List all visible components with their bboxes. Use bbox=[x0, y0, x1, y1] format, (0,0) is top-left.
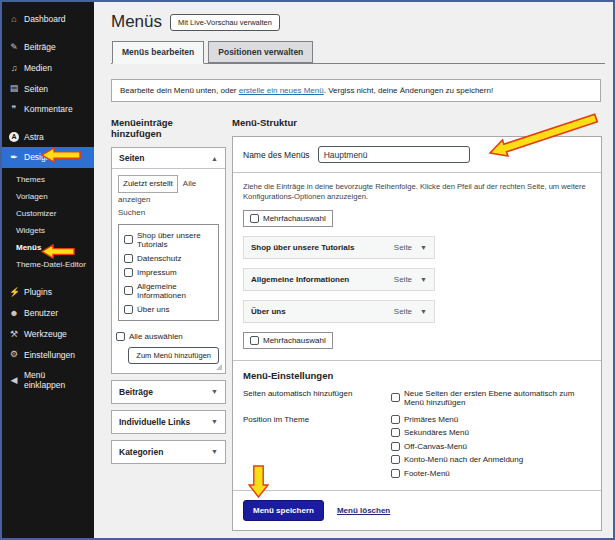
position-checkbox-offcanvas[interactable] bbox=[391, 442, 400, 451]
sidebar-item-label: Astra bbox=[24, 132, 44, 142]
submenu-item-customizer[interactable]: Customizer bbox=[2, 205, 94, 222]
position-option: Footer-Menü bbox=[391, 469, 523, 478]
design-submenu: Themes Vorlagen Customizer Widgets Menüs… bbox=[2, 168, 94, 275]
select-all-label: Alle auswählen bbox=[129, 332, 183, 341]
section-divider bbox=[233, 360, 601, 361]
accordion-label: Kategorien bbox=[119, 447, 163, 457]
sidebar-item-design[interactable]: ✒ Design bbox=[2, 147, 94, 168]
page-checkbox[interactable] bbox=[124, 235, 133, 244]
submenu-item-theme-file-editor[interactable]: Theme-Datei-Editor bbox=[2, 256, 94, 273]
menu-item-type: Seite bbox=[394, 243, 412, 252]
tab-manage-locations[interactable]: Positionen verwalten bbox=[208, 41, 313, 63]
notice-text: Bearbeite dein Menü unten, oder bbox=[120, 86, 239, 95]
delete-menu-link[interactable]: Menü löschen bbox=[337, 506, 390, 515]
position-option-label: Konto-Menü nach der Anmeldung bbox=[404, 455, 523, 464]
menu-item-label: Allgemeine Informationen bbox=[251, 275, 349, 284]
pages-accordion-label: Seiten bbox=[119, 153, 145, 163]
design-icon: ✒ bbox=[9, 152, 19, 163]
sidebar-item-plugins[interactable]: ⚡ Plugins bbox=[2, 282, 94, 303]
page-list-item: Impressum bbox=[124, 268, 213, 277]
chevron-down-icon: ▼ bbox=[211, 418, 218, 425]
page-checkbox[interactable] bbox=[124, 254, 133, 263]
create-new-menu-link[interactable]: erstelle ein neues Menü bbox=[239, 86, 324, 95]
menu-item-label: Über uns bbox=[251, 307, 286, 316]
chevron-down-icon[interactable]: ▼ bbox=[420, 308, 427, 315]
page-checkbox[interactable] bbox=[124, 286, 133, 295]
admin-sidebar: ⌂ Dashboard ✎ Beiträge ♫ Medien ▤ Seiten… bbox=[2, 2, 94, 538]
notice-banner: Bearbeite dein Menü unten, oder erstelle… bbox=[111, 79, 601, 102]
media-icon: ♫ bbox=[9, 63, 19, 74]
accordion-posts[interactable]: Beiträge ▼ bbox=[111, 380, 226, 404]
sidebar-item-astra[interactable]: A Astra bbox=[2, 127, 94, 147]
page-label: Shop über unsere Tutorials bbox=[137, 231, 213, 249]
bulk-select-label: Mehrfachauswahl bbox=[263, 336, 326, 345]
menu-structure-heading: Menü-Struktur bbox=[232, 117, 602, 128]
page-checkbox[interactable] bbox=[124, 268, 133, 277]
position-option: Sekundäres Menü bbox=[391, 428, 523, 437]
position-checkbox-account[interactable] bbox=[391, 455, 400, 464]
resize-handle-icon[interactable] bbox=[216, 364, 222, 370]
submenu-item-vorlagen[interactable]: Vorlagen bbox=[2, 188, 94, 205]
position-checkbox-footer[interactable] bbox=[391, 469, 400, 478]
pages-accordion-header[interactable]: Seiten ▲ bbox=[112, 148, 225, 169]
sidebar-item-comments[interactable]: ❞ Kommentare bbox=[2, 99, 94, 120]
menu-name-label: Name des Menüs bbox=[243, 150, 310, 160]
accordion-custom-links[interactable]: Individuelle Links ▼ bbox=[111, 410, 226, 434]
select-all-checkbox[interactable] bbox=[116, 332, 125, 341]
sidebar-item-label: Plugins bbox=[24, 287, 52, 297]
menu-item-label: Shop über unsere Tutorials bbox=[251, 243, 354, 252]
chevron-down-icon[interactable]: ▼ bbox=[420, 276, 427, 283]
auto-add-option-label: Neue Seiten der ersten Ebene automatisch… bbox=[404, 389, 591, 407]
menu-structure-panel: Name des Menüs Ziehe die Einträge in dei… bbox=[232, 136, 602, 531]
position-checkbox-secondary[interactable] bbox=[391, 428, 400, 437]
main-content: Menüs Mit Live-Vorschau verwalten Menüs … bbox=[94, 2, 613, 538]
sidebar-item-pages[interactable]: ▤ Seiten bbox=[2, 78, 94, 99]
page-title: Menüs bbox=[111, 12, 162, 32]
sidebar-item-dashboard[interactable]: ⌂ Dashboard bbox=[2, 9, 94, 30]
chevron-down-icon[interactable]: ▼ bbox=[420, 244, 427, 251]
page-checkbox[interactable] bbox=[124, 305, 133, 314]
bulk-select-checkbox[interactable] bbox=[250, 336, 259, 345]
astra-icon: A bbox=[9, 132, 19, 142]
sidebar-item-label: Menü einklappen bbox=[24, 370, 87, 390]
sidebar-item-settings[interactable]: ⚙ Einstellungen bbox=[2, 344, 94, 365]
sidebar-item-collapse-menu[interactable]: ◀ Menü einklappen bbox=[2, 365, 94, 395]
select-all-row: Alle auswählen bbox=[116, 332, 219, 341]
live-preview-button[interactable]: Mit Live-Vorschau verwalten bbox=[170, 14, 280, 31]
sidebar-item-posts[interactable]: ✎ Beiträge bbox=[2, 37, 94, 58]
users-icon: ☻ bbox=[9, 308, 19, 319]
bulk-select-toggle-top[interactable]: Mehrfachauswahl bbox=[243, 210, 333, 227]
sidebar-item-label: Einstellungen bbox=[24, 350, 75, 360]
notice-text: . Vergiss nicht, deine Änderungen zu spe… bbox=[324, 86, 493, 95]
sidebar-item-users[interactable]: ☻ Benutzer bbox=[2, 303, 94, 324]
bulk-select-checkbox[interactable] bbox=[250, 214, 259, 223]
save-menu-button[interactable]: Menü speichern bbox=[243, 500, 324, 521]
menu-name-input[interactable] bbox=[318, 146, 470, 163]
auto-add-option: Neue Seiten der ersten Ebene automatisch… bbox=[391, 389, 591, 407]
accordion-categories[interactable]: Kategorien ▼ bbox=[111, 440, 226, 464]
collapse-menu-icon: ◀ bbox=[9, 375, 19, 386]
sidebar-item-label: Seiten bbox=[24, 84, 48, 94]
menu-item-row[interactable]: Shop über unsere Tutorials Seite ▼ bbox=[243, 236, 435, 259]
sidebar-item-tools[interactable]: ⚒ Werkzeuge bbox=[2, 324, 94, 345]
submenu-item-widgets[interactable]: Widgets bbox=[2, 222, 94, 239]
filter-search-tab[interactable]: Suchen bbox=[118, 208, 145, 217]
position-option: Primäres Menü bbox=[391, 415, 523, 424]
add-to-menu-button[interactable]: Zum Menü hinzufügen bbox=[128, 347, 219, 364]
sidebar-item-label: Dashboard bbox=[24, 14, 66, 24]
chevron-up-icon: ▲ bbox=[211, 155, 218, 162]
bulk-select-label: Mehrfachauswahl bbox=[263, 214, 326, 223]
sidebar-item-media[interactable]: ♫ Medien bbox=[2, 58, 94, 79]
submenu-item-menus[interactable]: Menüs bbox=[2, 239, 94, 256]
auto-add-checkbox[interactable] bbox=[391, 393, 400, 402]
page-list-item: Shop über unsere Tutorials bbox=[124, 231, 213, 249]
menu-item-row[interactable]: Über uns Seite ▼ bbox=[243, 300, 435, 323]
position-option-label: Sekundäres Menü bbox=[404, 428, 469, 437]
menu-item-row[interactable]: Allgemeine Informationen Seite ▼ bbox=[243, 268, 435, 291]
submenu-item-themes[interactable]: Themes bbox=[2, 171, 94, 188]
settings-icon: ⚙ bbox=[9, 349, 19, 360]
bulk-select-toggle-bottom[interactable]: Mehrfachauswahl bbox=[243, 332, 333, 349]
position-checkbox-primary[interactable] bbox=[391, 415, 400, 424]
filter-recent-tab[interactable]: Zuletzt erstellt bbox=[118, 175, 178, 193]
tab-edit-menus[interactable]: Menüs bearbeiten bbox=[112, 41, 204, 64]
